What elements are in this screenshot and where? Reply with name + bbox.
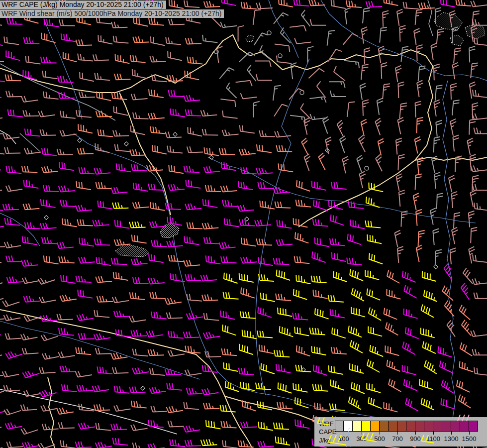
- legend-tick-label: 300: [352, 435, 372, 443]
- legend-cell: [362, 421, 371, 432]
- legend-label-cape: CAPE: [319, 429, 336, 435]
- legend-cell: [344, 421, 353, 432]
- legend-cell: [415, 421, 424, 432]
- legend-tick-label: 1100: [423, 435, 443, 443]
- legend-tick: [380, 432, 380, 435]
- legend-tick: [344, 432, 344, 435]
- legend-cell: [442, 421, 451, 432]
- title-shear-text: WRF Wind shear (m/s) 500/1000hPa Monday …: [0, 9, 224, 18]
- legend-tick: [415, 432, 416, 435]
- legend-tick-label: 1500: [459, 435, 479, 443]
- legend-cell: [353, 421, 362, 432]
- weather-map-screenshot: WRF CAPE (J/kg) Monday 20-10-2025 21:00 …: [0, 0, 487, 448]
- legend-cell: [469, 421, 478, 432]
- legend-label-unit: J/kg: [319, 437, 331, 444]
- legend-tick: [397, 432, 398, 435]
- legend-cell: [397, 421, 406, 432]
- legend-cell: [424, 421, 433, 432]
- legend-tick-label: 100: [334, 435, 354, 443]
- legend-tick-label: 700: [388, 435, 407, 443]
- legend-tick: [451, 432, 452, 435]
- legend-label-wrf: WRF: [319, 421, 334, 427]
- legend-tick: [433, 432, 434, 435]
- map-title: WRF CAPE (J/kg) Monday 20-10-2025 21:00 …: [0, 0, 224, 18]
- legend-tick: [469, 432, 470, 435]
- legend-cell: [335, 421, 344, 432]
- legend-cell: [451, 421, 460, 432]
- title-cape-text: WRF CAPE (J/kg) Monday 20-10-2025 21:00 …: [0, 0, 166, 9]
- legend-cell: [380, 421, 389, 432]
- weather-map-canvas: [0, 0, 487, 448]
- title-line-cape: WRF CAPE (J/kg) Monday 20-10-2025 21:00 …: [0, 0, 224, 9]
- legend-tick-label: 500: [370, 435, 390, 443]
- title-line-shear: WRF Wind shear (m/s) 500/1000hPa Monday …: [0, 9, 224, 18]
- legend-tick: [362, 432, 362, 435]
- legend-tick-label: 1300: [441, 435, 461, 443]
- legend-cell: [371, 421, 380, 432]
- cape-color-legend: WRF CAPE J/kg 10030050070090011001300150…: [314, 417, 487, 447]
- legend-cell: [460, 421, 469, 432]
- legend-cell: [406, 421, 415, 432]
- legend-cell: [389, 421, 397, 432]
- legend-cell: [433, 421, 442, 432]
- legend-tick-label: 900: [405, 435, 425, 443]
